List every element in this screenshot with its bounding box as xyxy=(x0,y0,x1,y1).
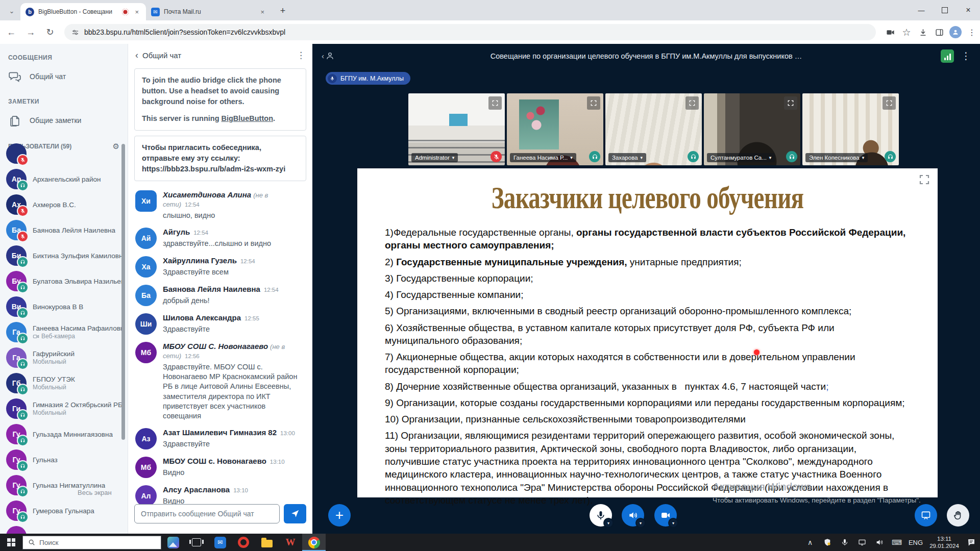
user-list-item[interactable]: ГаГанеева Насима РафаиловнаВеб-камера xyxy=(0,319,128,345)
user-list-item[interactable]: БаБаянова Лейля Наилевна xyxy=(0,217,128,243)
user-avatar: Ви xyxy=(6,296,27,317)
maximize-button[interactable] xyxy=(933,0,957,20)
task-view-button[interactable] xyxy=(185,534,208,551)
profile-avatar[interactable] xyxy=(947,24,964,40)
meeting-header-right: ⋮ xyxy=(941,49,971,63)
users-settings-gear-icon[interactable]: ⚙ xyxy=(113,142,119,151)
sidebar-item-public-chat[interactable]: Общий чат xyxy=(0,66,128,87)
video-user-name[interactable]: Administrator▾ xyxy=(411,153,458,162)
video-fullscreen-icon[interactable] xyxy=(784,96,797,110)
user-name: ГБПОУ УТЭК xyxy=(33,375,75,383)
close-window-button[interactable]: × xyxy=(957,0,980,20)
taskbar-opera-icon[interactable] xyxy=(232,534,255,551)
hide-userlist-icon[interactable]: ‹ xyxy=(322,51,335,61)
close-tab-icon[interactable]: × xyxy=(133,7,141,17)
invite-text: Чтобы пригласить собеседника, отправьте … xyxy=(142,142,299,164)
video-fullscreen-icon[interactable] xyxy=(883,96,896,110)
action-center-icon[interactable] xyxy=(963,534,980,551)
sidebar-item-shared-notes[interactable]: Общие заметки xyxy=(0,110,128,131)
video-user-name[interactable]: Захарова▾ xyxy=(608,153,646,162)
tab-mailru[interactable]: ✉ Почта Mail.ru × xyxy=(146,3,272,20)
camera-options-chevron-icon[interactable]: ▾ xyxy=(668,518,678,528)
user-list-item[interactable]: БуБулатова Эльвира Назильевн xyxy=(0,268,128,294)
video-user-name[interactable]: Ганеева Насима Р...▾ xyxy=(510,153,576,162)
taskbar-word-icon[interactable]: W xyxy=(279,534,302,551)
back-button[interactable]: ← xyxy=(3,24,19,40)
user-list-item[interactable]: ВиВинокурова В В xyxy=(0,294,128,319)
user-list-item[interactable]: ГаГафурийскийМобильный xyxy=(0,345,128,370)
windows-activation-watermark-sub: Чтобы активировать Windows, перейдите в … xyxy=(713,496,921,504)
user-list-item[interactable]: ЕлЕлена xyxy=(0,523,128,534)
bigbluebutton-link[interactable]: BigBlueButton xyxy=(222,114,273,122)
talking-indicator[interactable]: БГПУ им. М.Акмуллы xyxy=(326,72,410,85)
audio-options-chevron-icon[interactable]: ▾ xyxy=(635,518,646,528)
tray-keyboard-icon[interactable]: ⌨ xyxy=(888,534,905,551)
webcam-tile: Administrator▾ xyxy=(408,93,505,165)
tab-bigbluebutton[interactable]: b BigBlueButton - Совещани × xyxy=(20,3,146,20)
actions-plus-button[interactable]: + xyxy=(328,504,351,527)
user-list-item[interactable]: ГуГумерова Гульнара xyxy=(0,498,128,523)
tray-volume-icon[interactable] xyxy=(871,534,888,551)
microphone-button[interactable]: ▾ xyxy=(590,504,612,527)
server-info-prefix: This server is running xyxy=(142,114,222,122)
restore-presentation-button[interactable] xyxy=(915,504,937,527)
audio-speaker-button[interactable]: ▾ xyxy=(622,504,644,527)
user-name: Гульназ xyxy=(33,456,58,464)
chat-options-kebab-icon[interactable]: ⋮ xyxy=(297,50,305,61)
send-message-button[interactable] xyxy=(284,504,306,523)
side-panel-icon[interactable] xyxy=(931,24,947,40)
connection-status-icon[interactable] xyxy=(941,49,954,63)
taskbar-photos-icon[interactable] xyxy=(161,534,185,551)
video-user-name[interactable]: Элен Копесникова▾ xyxy=(805,153,868,162)
webcam-button[interactable]: ▾ xyxy=(654,504,677,527)
mic-options-chevron-icon[interactable]: ▾ xyxy=(603,518,614,528)
taskbar-file-explorer-icon[interactable] xyxy=(255,534,279,551)
meeting-options-kebab-icon[interactable]: ⋮ xyxy=(961,50,971,62)
browser-menu-kebab-icon[interactable]: ⋮ xyxy=(964,24,980,40)
clock[interactable]: 13:11 29.01.2024 xyxy=(926,535,963,550)
language-indicator[interactable]: ENG xyxy=(905,539,926,546)
download-icon[interactable] xyxy=(915,24,931,40)
user-list-item[interactable]: ГиГимназия 2 Октябрьский РБМобильный xyxy=(0,396,128,421)
taskbar-chrome-icon[interactable] xyxy=(302,534,326,551)
user-list-scrollbar[interactable] xyxy=(121,144,125,440)
address-bar[interactable]: bbb23.bspu.ru/html5client/join?sessionTo… xyxy=(64,24,876,40)
user-list-item[interactable]: ГуГульназ xyxy=(0,447,128,472)
new-tab-button[interactable]: + xyxy=(276,4,290,18)
bigbluebutton-app: СООБЩЕНИЯ Общий чат ЗАМЕТКИ Общие заметк… xyxy=(0,44,980,534)
taskbar-search-box[interactable]: Поиск xyxy=(22,536,161,549)
user-list-item[interactable]: БиБиктина Зульфия Камиловна xyxy=(0,243,128,268)
user-list-item[interactable]: ГуГульзада Миннигаязовна xyxy=(0,421,128,447)
video-fullscreen-icon[interactable] xyxy=(685,96,699,110)
tab-camera-icon[interactable] xyxy=(882,24,898,40)
forward-button[interactable]: → xyxy=(22,24,39,40)
user-list-item[interactable]: АхАхмеров В.С. xyxy=(0,192,128,217)
reload-button[interactable]: ↻ xyxy=(42,24,58,40)
close-tab-icon[interactable]: × xyxy=(258,7,266,17)
video-fullscreen-icon[interactable] xyxy=(488,96,502,110)
tray-display-icon[interactable] xyxy=(853,534,871,551)
user-list-item[interactable]: АрАрхангельский район xyxy=(0,166,128,192)
mailru-favicon: ✉ xyxy=(151,8,160,16)
video-fullscreen-icon[interactable] xyxy=(587,96,600,110)
message-avatar: Ха xyxy=(135,256,157,278)
chat-back-icon[interactable]: ‹ xyxy=(135,50,138,61)
welcome-text: To join the audio bridge click the phone… xyxy=(142,75,299,107)
start-button[interactable] xyxy=(0,534,22,551)
tray-chevron-up-icon[interactable]: ∧ xyxy=(801,534,819,551)
video-user-name[interactable]: Султанмуратов Са...▾ xyxy=(707,153,775,162)
bbb-favicon: b xyxy=(26,8,34,16)
site-info-icon[interactable] xyxy=(71,29,79,36)
bookmark-star-icon[interactable]: ☆ xyxy=(898,24,915,40)
defender-shield-icon[interactable]: ! xyxy=(819,534,836,551)
tab-search-icon[interactable]: ⌄ xyxy=(4,4,19,18)
muted-mic-icon xyxy=(491,151,502,162)
listen-only-icon xyxy=(17,333,29,344)
minimize-button[interactable]: — xyxy=(910,0,933,20)
taskbar-mail-icon[interactable]: ✉ xyxy=(208,534,232,551)
user-list-item[interactable]: ГбГБПОУ УТЭКМобильный xyxy=(0,370,128,396)
chat-message-input[interactable] xyxy=(134,504,280,523)
tray-microphone-icon[interactable] xyxy=(836,534,853,551)
presentation-fullscreen-icon[interactable] xyxy=(918,173,930,188)
raise-hand-button[interactable] xyxy=(947,504,969,527)
